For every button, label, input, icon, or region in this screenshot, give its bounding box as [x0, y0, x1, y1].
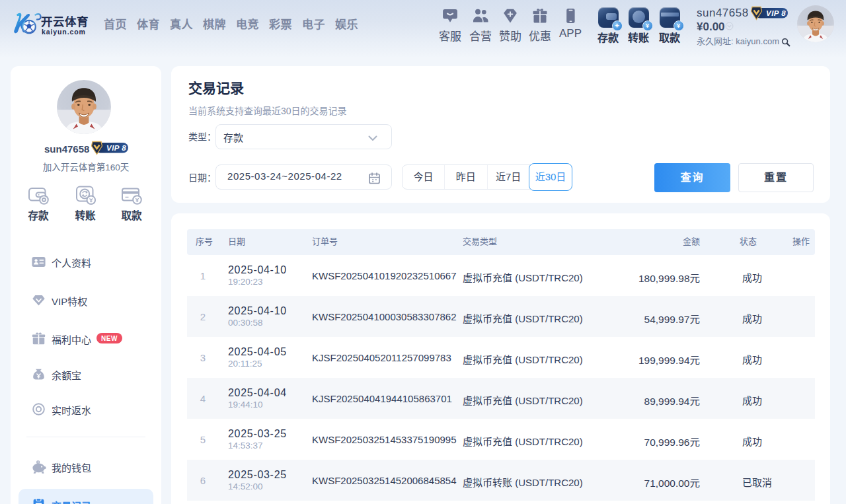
svg-text:VIP 8: VIP 8	[766, 9, 786, 17]
svg-text:VIP 8: VIP 8	[106, 144, 126, 152]
